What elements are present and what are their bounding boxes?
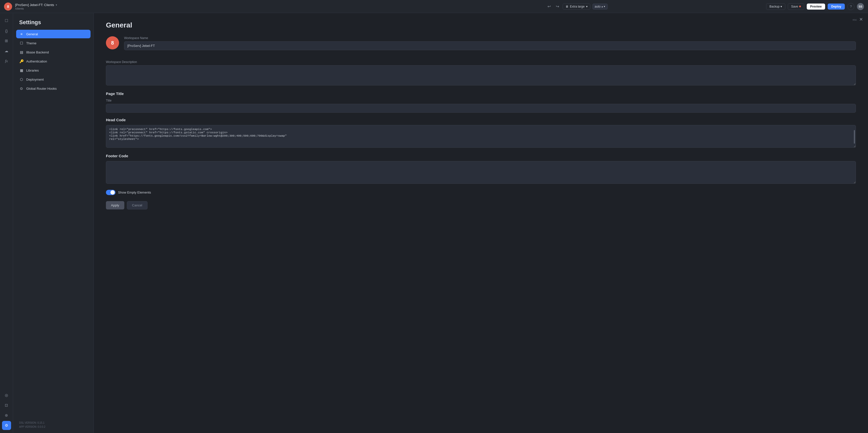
- workspace-name-input[interactable]: [124, 41, 856, 50]
- footer-code-row: [106, 161, 856, 185]
- rail-settings-icon[interactable]: ⚙: [2, 421, 11, 430]
- toggle-knob: [111, 190, 115, 195]
- topbar-title-group: [ProServ] Jebel-FT: Clients ▾ /clients: [15, 3, 388, 10]
- rail-page-icon[interactable]: ☐: [2, 16, 11, 25]
- theme-icon: ☐: [19, 41, 24, 45]
- router-icon: ⊙: [19, 87, 24, 91]
- rail-palette-icon[interactable]: ◎: [2, 391, 11, 400]
- icon-rail: ☐ {} ⊞ ☁ fx ◎ ⊡ ⊛ ⚙: [0, 13, 13, 433]
- project-title: [ProServ] Jebel-FT: Clients: [15, 3, 54, 7]
- backup-chevron-icon: ▾: [780, 5, 782, 8]
- avatar: SS: [857, 3, 864, 10]
- esc-label: esc: [852, 18, 857, 21]
- workspace-row: 8 Workspace Name: [106, 36, 856, 55]
- backup-button[interactable]: Backup ▾: [766, 3, 785, 10]
- save-button[interactable]: Save: [788, 3, 804, 10]
- topbar-center: ↩ ↪ 🖥 Extra large ▾ auto ▲▼: [391, 3, 763, 10]
- workspace-fields: Workspace Name: [124, 36, 856, 55]
- show-empty-label: Show Empty Elements: [118, 191, 151, 194]
- workspace-badge: 8: [106, 36, 119, 49]
- topbar: 8 [ProServ] Jebel-FT: Clients ▾ /clients…: [0, 0, 868, 13]
- 8base-icon: ▤: [19, 50, 24, 54]
- auto-chevron-icon: ▲▼: [601, 5, 606, 8]
- sidebar-footer: DSL VERSION: 0.15.1 APP VERSION: 0.0.0.2: [13, 417, 94, 433]
- save-dot: [799, 5, 801, 7]
- panel-title: General: [106, 21, 856, 29]
- rail-cloud-icon[interactable]: ☁: [2, 46, 11, 56]
- auth-icon: 🔑: [19, 59, 24, 63]
- workspace-description-label: Workspace Description: [106, 60, 856, 64]
- auto-label: auto: [595, 5, 600, 8]
- show-empty-row: Show Empty Elements: [106, 190, 856, 195]
- apply-button[interactable]: Apply: [106, 201, 124, 209]
- monitor-icon: 🖥: [565, 5, 568, 8]
- help-button[interactable]: ?: [847, 3, 855, 10]
- rail-database-icon[interactable]: ⊛: [2, 411, 11, 420]
- device-chevron-icon: ▾: [586, 5, 588, 8]
- rail-components-icon[interactable]: ⊡: [2, 401, 11, 410]
- device-selector[interactable]: 🖥 Extra large ▾: [563, 3, 590, 9]
- page-title-label: Title: [106, 99, 856, 102]
- app-version: APP VERSION: 0.0.0.2: [19, 425, 88, 429]
- page-title-input[interactable]: [106, 104, 856, 113]
- head-code-heading: Head Code: [106, 118, 856, 122]
- sidebar-label-general: General: [26, 32, 38, 36]
- workspace-description-textarea[interactable]: [106, 65, 856, 86]
- sidebar-item-deployment[interactable]: ⬡ Deployment: [16, 75, 91, 84]
- auto-selector[interactable]: auto ▲▼: [592, 3, 608, 9]
- save-label: Save: [791, 5, 798, 8]
- libraries-icon: ▦: [19, 68, 24, 72]
- page-title-heading: Page Title: [106, 92, 856, 96]
- general-icon: ≡: [19, 32, 24, 36]
- undo-button[interactable]: ↩: [546, 3, 552, 10]
- sidebar-item-8base-backend[interactable]: ▤ 8base Backend: [16, 48, 91, 57]
- action-row: Apply Cancel: [106, 201, 856, 209]
- sidebar: Settings ≡ General ☐ Theme ▤ 8base Backe…: [13, 13, 94, 433]
- sidebar-label-deployment: Deployment: [26, 78, 43, 81]
- deployment-icon: ⬡: [19, 77, 24, 81]
- rail-grid-icon[interactable]: ⊞: [2, 36, 11, 45]
- rail-code-icon[interactable]: {}: [2, 26, 11, 35]
- title-chevron: ▾: [56, 3, 57, 6]
- workspace-name-label: Workspace Name: [124, 36, 856, 40]
- head-code-textarea[interactable]: [106, 125, 856, 148]
- deploy-button[interactable]: Deploy: [828, 3, 845, 9]
- main-layout: ☐ {} ⊞ ☁ fx ◎ ⊡ ⊛ ⚙ Settings ≡ General ☐…: [0, 13, 868, 433]
- sidebar-nav: ≡ General ☐ Theme ▤ 8base Backend 🔑 Auth…: [13, 30, 94, 417]
- sidebar-item-authentication[interactable]: 🔑 Authentication: [16, 57, 91, 66]
- sidebar-item-libraries[interactable]: ▦ Libraries: [16, 66, 91, 75]
- workspace-description-row: Workspace Description: [106, 60, 856, 87]
- sidebar-label-theme: Theme: [26, 41, 36, 45]
- sidebar-label-auth: Authentication: [26, 60, 47, 63]
- dsl-version: DSL VERSION: 0.15.1: [19, 421, 88, 425]
- content-area: General 8 Workspace Name Workspace Descr…: [94, 13, 868, 433]
- device-label: Extra large: [570, 5, 585, 8]
- sidebar-item-global-router-hooks[interactable]: ⊙ Global Router Hooks: [16, 84, 91, 93]
- cancel-button[interactable]: Cancel: [127, 201, 148, 209]
- preview-button[interactable]: Preview: [807, 3, 825, 9]
- backup-label: Backup: [769, 5, 779, 8]
- topbar-title: [ProServ] Jebel-FT: Clients ▾: [15, 3, 388, 7]
- sidebar-item-general[interactable]: ≡ General: [16, 30, 91, 38]
- settings-panel: General 8 Workspace Name Workspace Descr…: [94, 13, 868, 433]
- head-code-row: [106, 125, 856, 149]
- sidebar-label-router: Global Router Hooks: [26, 87, 57, 91]
- scroll-indicator: [854, 130, 855, 144]
- footer-code-heading: Footer Code: [106, 154, 856, 158]
- sidebar-label-libraries: Libraries: [26, 69, 39, 72]
- app-logo: 8: [4, 2, 12, 10]
- sidebar-heading: Settings: [13, 13, 94, 30]
- workspace-name-row: Workspace Name: [124, 36, 856, 50]
- redo-button[interactable]: ↪: [554, 3, 561, 10]
- page-title-row: Title: [106, 99, 856, 113]
- topbar-subtitle: /clients: [15, 7, 388, 10]
- sidebar-label-8base: 8base Backend: [26, 51, 49, 54]
- close-button[interactable]: ✕: [859, 16, 863, 22]
- sidebar-item-theme[interactable]: ☐ Theme: [16, 39, 91, 47]
- rail-fx-icon[interactable]: fx: [2, 57, 11, 66]
- show-empty-toggle[interactable]: [106, 190, 116, 195]
- footer-code-textarea[interactable]: [106, 161, 856, 184]
- topbar-right: Backup ▾ Save Preview Deploy ? SS: [766, 3, 864, 10]
